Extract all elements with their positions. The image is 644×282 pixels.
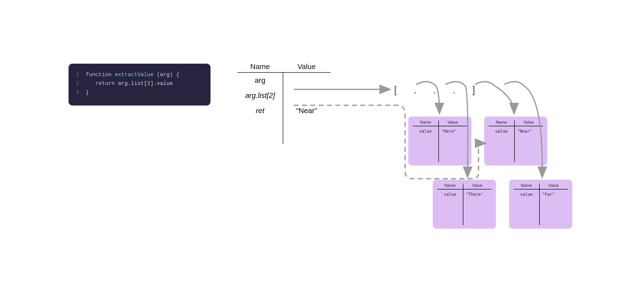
obj-row: value "Here" xyxy=(413,126,467,136)
object-card-there: Name Value value "There" xyxy=(433,180,496,229)
stack-frame-table: Name Value arg arg.list[2] ret “Near” xyxy=(238,62,330,144)
obj-col-value: Value xyxy=(438,120,467,125)
paren-close: ) xyxy=(170,72,173,78)
code-line-3: 3 } xyxy=(76,88,203,97)
array-sep: , xyxy=(414,85,416,95)
object-card-near: Name Value value "Near" xyxy=(484,116,547,166)
col-header-name: Name xyxy=(238,62,283,71)
expr-arg: arg xyxy=(118,80,128,87)
line-number: 1 xyxy=(76,70,86,79)
array-sep: , xyxy=(434,85,436,95)
code-line-1: 1 function extractValue (arg) { xyxy=(76,70,203,79)
bracket-open: [ xyxy=(394,84,397,96)
expr-list: list xyxy=(131,80,144,87)
expr-index: 2 xyxy=(147,80,150,87)
param-arg: arg xyxy=(160,72,170,78)
keyword-function: function xyxy=(86,72,112,78)
line-number: 2 xyxy=(76,79,86,88)
obj-col-value: Value xyxy=(514,120,543,125)
frame-name: ret xyxy=(238,106,283,115)
obj-col-name: Name xyxy=(413,120,438,125)
keyword-return: return xyxy=(96,80,115,87)
obj-row: value "Far" xyxy=(514,190,568,199)
obj-key: value xyxy=(488,129,514,134)
brace-open: { xyxy=(176,72,180,78)
obj-value: "There" xyxy=(463,192,492,197)
bracket-close: ] xyxy=(472,84,475,96)
obj-value: "Far" xyxy=(539,192,568,197)
obj-value: "Near" xyxy=(514,129,543,134)
obj-col-value: Value xyxy=(463,183,492,188)
frame-name: arg.list[2] xyxy=(238,91,283,100)
frame-row-ret: ret “Near” xyxy=(238,103,330,118)
arrow-slot2-to-near xyxy=(475,82,514,112)
code-block: 1 function extractValue (arg) { 2 return… xyxy=(68,64,210,106)
obj-col-name: Name xyxy=(437,183,463,188)
obj-row: value "Near" xyxy=(488,126,543,136)
frame-row-arg: arg xyxy=(238,73,330,88)
obj-col-name: Name xyxy=(514,183,539,188)
object-card-here: Name Value value "Here" xyxy=(408,116,472,166)
obj-row: value "There" xyxy=(437,190,492,199)
obj-col-value: Value xyxy=(539,183,568,188)
obj-key: value xyxy=(514,192,539,197)
expr-value: value xyxy=(157,80,173,87)
frame-row-arglist2: arg.list[2] xyxy=(238,88,330,103)
col-header-value: Value xyxy=(283,62,330,71)
obj-key: value xyxy=(437,192,463,197)
frame-name: arg xyxy=(238,76,283,84)
brace-close: } xyxy=(86,88,89,97)
array-sep: , xyxy=(453,85,455,95)
code-line-2: 2 return arg.list[2].value xyxy=(76,79,203,88)
obj-col-name: Name xyxy=(488,120,514,125)
obj-key: value xyxy=(413,129,438,134)
frame-value: “Near” xyxy=(283,106,330,115)
paren-open: ( xyxy=(157,72,160,78)
obj-value: "Here" xyxy=(438,129,467,134)
line-number: 3 xyxy=(76,88,86,97)
function-name: extractValue xyxy=(115,72,154,78)
object-card-far: Name Value value "Far" xyxy=(509,180,572,229)
array-literal: [ , , , ] xyxy=(394,84,475,96)
